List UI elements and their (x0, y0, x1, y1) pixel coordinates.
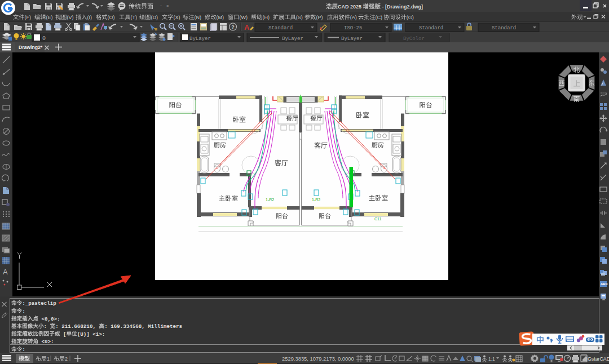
svg-text:(D): (D) (151, 15, 158, 20)
svg-text:-: - (160, 3, 162, 8)
svg-text:(F): (F) (24, 15, 31, 20)
svg-text:(W): (W) (239, 15, 248, 20)
svg-text:C11: C11 (374, 217, 381, 221)
svg-text:ISO-25: ISO-25 (344, 25, 362, 31)
svg-text:ABC: ABC (601, 282, 608, 286)
svg-text:<0,0>:: <0,0>: (38, 316, 60, 322)
svg-text:(G): (G) (407, 15, 414, 20)
svg-text:1-R2: 1-R2 (266, 198, 274, 202)
svg-text::_pasteclip: :_pasteclip (22, 300, 56, 307)
svg-text:ByColor: ByColor (403, 36, 425, 42)
svg-text:(O): (O) (107, 15, 114, 20)
svg-text:(V): (V) (67, 15, 73, 20)
svg-text:(S): (S) (296, 15, 303, 20)
svg-text:≡: ≡ (166, 4, 169, 8)
svg-text:(M): (M) (216, 15, 224, 20)
svg-text:ByLayer: ByLayer (341, 36, 363, 42)
svg-text:(N): (N) (194, 15, 201, 20)
svg-text:(X): (X) (173, 15, 180, 20)
svg-text:A: A (244, 23, 250, 32)
svg-text:1-R2: 1-R2 (312, 198, 320, 202)
svg-text:(A): (A) (350, 15, 357, 20)
svg-text:Standard: Standard (492, 25, 516, 31)
svg-text:: 211.668210,: : 211.668210, (55, 323, 99, 330)
svg-text:(U)] <1>:: (U)] <1>: (77, 331, 105, 338)
svg-text:<0>:: <0>: (38, 339, 54, 345)
svg-text:2529.3835, 1079.2173, 0.0000: 2529.3835, 1079.2173, 0.0000 (282, 356, 354, 362)
svg-text:- [Drawing2.dwg]: - [Drawing2.dwg] (381, 4, 423, 10)
svg-text:(H): (H) (262, 15, 270, 20)
svg-text:(P): (P) (316, 15, 323, 20)
svg-text:0: 0 (42, 35, 46, 42)
svg-text:(I): (I) (87, 15, 92, 20)
svg-text:Standard: Standard (419, 25, 443, 31)
svg-text::: : (22, 308, 25, 314)
svg-text:A: A (3, 268, 8, 276)
svg-text:(T): (T) (130, 15, 137, 20)
svg-text:: 169.334568, Millimeters: : 169.334568, Millimeters (104, 323, 182, 330)
svg-text:(E): (E) (46, 15, 52, 20)
svg-text:1: 1 (47, 356, 50, 362)
svg-text::: : (44, 323, 50, 330)
svg-text:Drawing2*: Drawing2* (19, 45, 43, 50)
svg-text:2: 2 (65, 356, 68, 362)
svg-text:CAD 2025: CAD 2025 (338, 4, 363, 10)
svg-text:ByLayer: ByLayer (282, 36, 303, 42)
svg-text:[: [ (60, 331, 66, 338)
svg-text::: : (22, 347, 25, 353)
svg-text:ByLayer: ByLayer (189, 36, 211, 42)
svg-text:1:1: 1:1 (488, 356, 495, 362)
svg-text:GstarCAD: GstarCAD (588, 356, 609, 362)
svg-text:Standard: Standard (268, 25, 293, 31)
svg-text:?: ? (231, 24, 235, 30)
svg-text:(C): (C) (376, 15, 383, 20)
